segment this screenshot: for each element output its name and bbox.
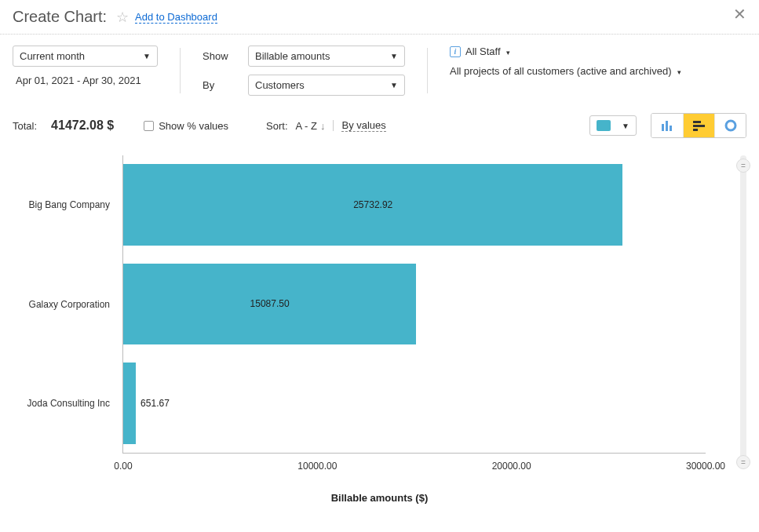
total-value: 41472.08 $ xyxy=(51,118,114,133)
page-title: Create Chart: xyxy=(13,8,107,26)
bar-value-label: 25732.92 xyxy=(353,199,392,210)
bar-row: 15087.50 xyxy=(123,264,706,345)
view-vertical-bars[interactable] xyxy=(651,114,683,137)
x-tick-label: 30000.00 xyxy=(686,461,725,472)
range-handle-bottom[interactable]: = xyxy=(736,455,750,469)
donut-icon xyxy=(724,119,737,132)
total-label: Total: xyxy=(13,120,37,132)
view-donut[interactable] xyxy=(714,114,746,137)
range-handle-top[interactable]: = xyxy=(736,159,750,173)
show-label: Show xyxy=(203,50,239,62)
bar-value-label: 15087.50 xyxy=(250,298,290,309)
show-select[interactable]: Billable amounts ▼ xyxy=(248,46,405,67)
x-axis-title: Billable amounts ($) xyxy=(331,492,429,504)
bar-value-label: 651.67 xyxy=(140,398,170,409)
bar-horizontal-icon xyxy=(693,120,706,131)
chevron-down-icon: ▼ xyxy=(622,122,629,130)
chevron-down-icon: ▾ xyxy=(677,68,681,76)
period-select[interactable]: Current month ▼ xyxy=(13,46,158,67)
x-tick-label: 10000.00 xyxy=(297,461,337,472)
svg-rect-3 xyxy=(693,121,701,123)
chevron-down-icon: ▼ xyxy=(390,52,398,60)
svg-rect-2 xyxy=(670,126,672,131)
chevron-down-icon: ▼ xyxy=(390,81,398,89)
period-select-value: Current month xyxy=(20,50,85,62)
projects-scope-dropdown[interactable]: All projects of all customers (active an… xyxy=(450,65,681,77)
sort-az-text: A - Z xyxy=(296,120,317,132)
separator xyxy=(333,120,334,131)
sort-label: Sort: xyxy=(266,120,287,132)
favorite-star-icon[interactable]: ☆ xyxy=(116,9,129,26)
plot-area: 25732.9215087.50651.670.0010000.0020000.… xyxy=(122,155,706,454)
checkbox-box xyxy=(144,121,154,131)
sort-arrow-down-icon: ↓ xyxy=(320,120,326,132)
separator xyxy=(180,48,181,93)
chart-area: Big Bang CompanyGalaxy CorporationJoda C… xyxy=(13,148,746,508)
by-label: By xyxy=(203,79,239,91)
bar-row: 651.67 xyxy=(123,363,706,444)
bar-row: 25732.92 xyxy=(123,164,706,246)
show-select-value: Billable amounts xyxy=(255,50,330,62)
sort-by-values[interactable]: By values xyxy=(341,119,385,132)
chevron-down-icon: ▼ xyxy=(143,52,151,60)
close-icon[interactable]: ✕ xyxy=(733,5,746,24)
sort-az[interactable]: A - Z ↓ xyxy=(296,120,326,132)
svg-rect-4 xyxy=(693,125,705,127)
bar[interactable] xyxy=(123,363,136,444)
series-color-picker[interactable]: ▼ xyxy=(589,115,637,136)
date-range-text: Apr 01, 2021 - Apr 30, 2021 xyxy=(13,75,158,86)
staff-scope-dropdown[interactable]: All Staff ▾ xyxy=(465,46,510,57)
chart-type-toggle xyxy=(651,113,746,138)
svg-rect-1 xyxy=(666,121,668,131)
y-category-label: Big Bang Company xyxy=(13,199,110,210)
x-tick-label: 0.00 xyxy=(114,461,132,472)
staff-scope-value: All Staff xyxy=(465,46,501,57)
add-to-dashboard-link[interactable]: Add to Dashboard xyxy=(135,11,217,24)
y-category-label: Galaxy Corporation xyxy=(13,299,110,310)
x-tick-label: 20000.00 xyxy=(492,461,531,472)
bar-vertical-icon xyxy=(661,120,673,131)
show-percent-checkbox[interactable]: Show % values xyxy=(144,120,228,132)
show-percent-label: Show % values xyxy=(159,120,228,132)
by-select[interactable]: Customers ▼ xyxy=(248,75,405,96)
by-select-value: Customers xyxy=(255,79,305,91)
svg-rect-5 xyxy=(693,129,698,131)
range-scroll-track[interactable]: = = xyxy=(740,155,746,461)
view-horizontal-bars[interactable] xyxy=(683,114,714,137)
svg-rect-0 xyxy=(662,124,664,131)
color-swatch xyxy=(597,120,611,131)
chevron-down-icon: ▾ xyxy=(506,49,510,56)
separator xyxy=(427,48,428,93)
projects-scope-value: All projects of all customers (active an… xyxy=(450,65,672,77)
info-icon: i xyxy=(450,46,461,57)
y-category-label: Joda Consulting Inc xyxy=(13,398,110,409)
